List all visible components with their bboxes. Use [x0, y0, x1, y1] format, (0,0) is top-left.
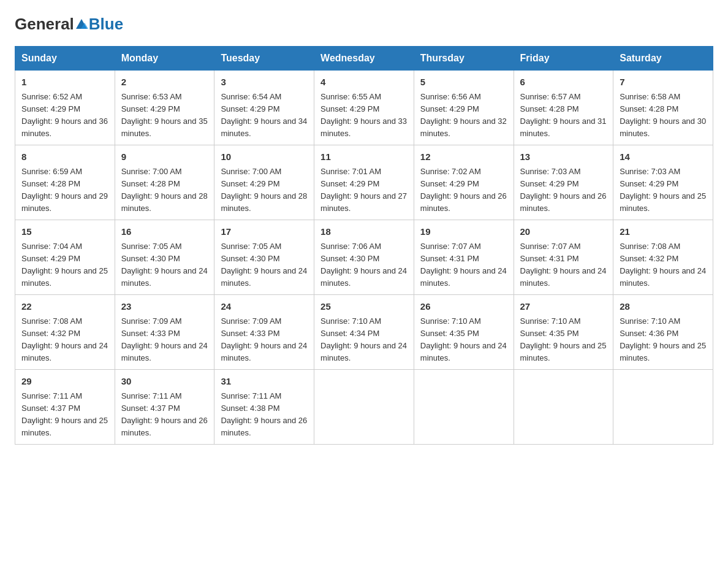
day-info: Sunrise: 7:07 AMSunset: 4:31 PMDaylight:… [420, 240, 507, 290]
calendar-cell [514, 370, 613, 445]
calendar-cell: 31Sunrise: 7:11 AMSunset: 4:38 PMDayligh… [214, 370, 314, 445]
calendar-cell: 22Sunrise: 7:08 AMSunset: 4:32 PMDayligh… [15, 295, 115, 370]
day-number: 23 [121, 300, 208, 314]
calendar-cell: 10Sunrise: 7:00 AMSunset: 4:29 PMDayligh… [214, 145, 314, 220]
calendar-cell: 7Sunrise: 6:58 AMSunset: 4:28 PMDaylight… [613, 71, 713, 145]
day-info: Sunrise: 6:59 AMSunset: 4:28 PMDaylight:… [21, 166, 108, 215]
calendar-week-1: 1Sunrise: 6:52 AMSunset: 4:29 PMDaylight… [15, 71, 713, 145]
day-number: 28 [620, 300, 707, 314]
calendar-week-5: 29Sunrise: 7:11 AMSunset: 4:37 PMDayligh… [15, 370, 713, 445]
day-info: Sunrise: 7:10 AMSunset: 4:34 PMDaylight:… [320, 315, 408, 365]
weekday-header-wednesday: Wednesday [314, 47, 414, 71]
day-number: 12 [420, 150, 507, 164]
calendar-cell: 12Sunrise: 7:02 AMSunset: 4:29 PMDayligh… [414, 145, 514, 220]
day-info: Sunrise: 7:11 AMSunset: 4:37 PMDaylight:… [121, 390, 208, 440]
day-info: Sunrise: 7:00 AMSunset: 4:29 PMDaylight:… [221, 166, 308, 215]
calendar-cell: 20Sunrise: 7:07 AMSunset: 4:31 PMDayligh… [514, 220, 613, 295]
calendar-cell: 13Sunrise: 7:03 AMSunset: 4:29 PMDayligh… [514, 145, 613, 220]
calendar-cell: 8Sunrise: 6:59 AMSunset: 4:28 PMDaylight… [15, 145, 115, 220]
logo-general-text: General [15, 15, 74, 34]
day-number: 18 [320, 225, 408, 239]
day-number: 26 [420, 300, 507, 314]
weekday-header-sunday: Sunday [15, 47, 115, 71]
calendar-cell: 16Sunrise: 7:05 AMSunset: 4:30 PMDayligh… [115, 220, 214, 295]
day-number: 3 [221, 75, 308, 90]
day-number: 15 [21, 225, 108, 239]
day-number: 27 [520, 300, 607, 314]
day-number: 22 [21, 300, 108, 314]
day-number: 30 [121, 375, 208, 389]
calendar-cell: 3Sunrise: 6:54 AMSunset: 4:29 PMDaylight… [214, 71, 314, 145]
logo: General Blue [15, 15, 123, 34]
day-info: Sunrise: 7:04 AMSunset: 4:29 PMDaylight:… [21, 240, 108, 290]
calendar-cell [613, 370, 713, 445]
day-number: 6 [520, 75, 607, 90]
day-info: Sunrise: 7:11 AMSunset: 4:37 PMDaylight:… [21, 390, 108, 440]
day-info: Sunrise: 7:08 AMSunset: 4:32 PMDaylight:… [21, 315, 108, 365]
day-number: 29 [21, 375, 108, 389]
day-number: 14 [620, 150, 707, 164]
calendar-cell [314, 370, 414, 445]
day-number: 24 [221, 300, 308, 314]
day-info: Sunrise: 7:10 AMSunset: 4:35 PMDaylight:… [420, 315, 507, 365]
day-number: 10 [221, 150, 308, 164]
weekday-header-tuesday: Tuesday [214, 47, 314, 71]
calendar-cell: 9Sunrise: 7:00 AMSunset: 4:28 PMDaylight… [115, 145, 214, 220]
calendar-cell: 27Sunrise: 7:10 AMSunset: 4:35 PMDayligh… [514, 295, 613, 370]
day-info: Sunrise: 7:10 AMSunset: 4:35 PMDaylight:… [520, 315, 607, 365]
calendar-cell: 6Sunrise: 6:57 AMSunset: 4:28 PMDaylight… [514, 71, 613, 145]
calendar-cell: 28Sunrise: 7:10 AMSunset: 4:36 PMDayligh… [613, 295, 713, 370]
day-number: 11 [320, 150, 408, 164]
calendar-table: SundayMondayTuesdayWednesdayThursdayFrid… [15, 46, 713, 445]
day-number: 1 [21, 75, 108, 90]
calendar-week-3: 15Sunrise: 7:04 AMSunset: 4:29 PMDayligh… [15, 220, 713, 295]
day-info: Sunrise: 7:09 AMSunset: 4:33 PMDaylight:… [121, 315, 208, 365]
day-number: 16 [121, 225, 208, 239]
day-number: 19 [420, 225, 507, 239]
calendar-cell: 26Sunrise: 7:10 AMSunset: 4:35 PMDayligh… [414, 295, 514, 370]
day-number: 5 [420, 75, 507, 90]
weekday-header-friday: Friday [514, 47, 613, 71]
day-info: Sunrise: 6:57 AMSunset: 4:28 PMDaylight:… [520, 91, 607, 140]
day-number: 13 [520, 150, 607, 164]
calendar-cell [414, 370, 514, 445]
day-info: Sunrise: 7:06 AMSunset: 4:30 PMDaylight:… [320, 240, 408, 290]
day-info: Sunrise: 7:00 AMSunset: 4:28 PMDaylight:… [121, 166, 208, 215]
calendar-cell: 30Sunrise: 7:11 AMSunset: 4:37 PMDayligh… [115, 370, 214, 445]
day-info: Sunrise: 7:03 AMSunset: 4:29 PMDaylight:… [520, 166, 607, 215]
day-number: 8 [21, 150, 108, 164]
day-number: 4 [320, 75, 408, 90]
day-info: Sunrise: 7:07 AMSunset: 4:31 PMDaylight:… [520, 240, 607, 290]
day-info: Sunrise: 6:54 AMSunset: 4:29 PMDaylight:… [221, 91, 308, 140]
day-info: Sunrise: 7:03 AMSunset: 4:29 PMDaylight:… [620, 166, 707, 215]
calendar-cell: 21Sunrise: 7:08 AMSunset: 4:32 PMDayligh… [613, 220, 713, 295]
day-info: Sunrise: 7:11 AMSunset: 4:38 PMDaylight:… [221, 390, 308, 440]
logo-blue-text: Blue [89, 15, 123, 34]
calendar-week-4: 22Sunrise: 7:08 AMSunset: 4:32 PMDayligh… [15, 295, 713, 370]
day-info: Sunrise: 6:52 AMSunset: 4:29 PMDaylight:… [21, 91, 108, 140]
day-info: Sunrise: 7:10 AMSunset: 4:36 PMDaylight:… [620, 315, 707, 365]
day-info: Sunrise: 6:53 AMSunset: 4:29 PMDaylight:… [121, 91, 208, 140]
day-number: 31 [221, 375, 308, 389]
weekday-header-thursday: Thursday [414, 47, 514, 71]
calendar-week-2: 8Sunrise: 6:59 AMSunset: 4:28 PMDaylight… [15, 145, 713, 220]
calendar-cell: 15Sunrise: 7:04 AMSunset: 4:29 PMDayligh… [15, 220, 115, 295]
calendar-cell: 23Sunrise: 7:09 AMSunset: 4:33 PMDayligh… [115, 295, 214, 370]
day-info: Sunrise: 7:01 AMSunset: 4:29 PMDaylight:… [320, 166, 408, 215]
day-number: 9 [121, 150, 208, 164]
day-number: 25 [320, 300, 408, 314]
day-info: Sunrise: 7:05 AMSunset: 4:30 PMDaylight:… [221, 240, 308, 290]
weekday-header-monday: Monday [115, 47, 214, 71]
day-number: 21 [620, 225, 707, 239]
day-number: 7 [620, 75, 707, 90]
calendar-cell: 19Sunrise: 7:07 AMSunset: 4:31 PMDayligh… [414, 220, 514, 295]
calendar-cell: 14Sunrise: 7:03 AMSunset: 4:29 PMDayligh… [613, 145, 713, 220]
calendar-cell: 17Sunrise: 7:05 AMSunset: 4:30 PMDayligh… [214, 220, 314, 295]
calendar-cell: 4Sunrise: 6:55 AMSunset: 4:29 PMDaylight… [314, 71, 414, 145]
day-number: 17 [221, 225, 308, 239]
calendar-cell: 2Sunrise: 6:53 AMSunset: 4:29 PMDaylight… [115, 71, 214, 145]
weekday-header-saturday: Saturday [613, 47, 713, 71]
day-number: 20 [520, 225, 607, 239]
calendar-cell: 5Sunrise: 6:56 AMSunset: 4:29 PMDaylight… [414, 71, 514, 145]
day-info: Sunrise: 7:08 AMSunset: 4:32 PMDaylight:… [620, 240, 707, 290]
